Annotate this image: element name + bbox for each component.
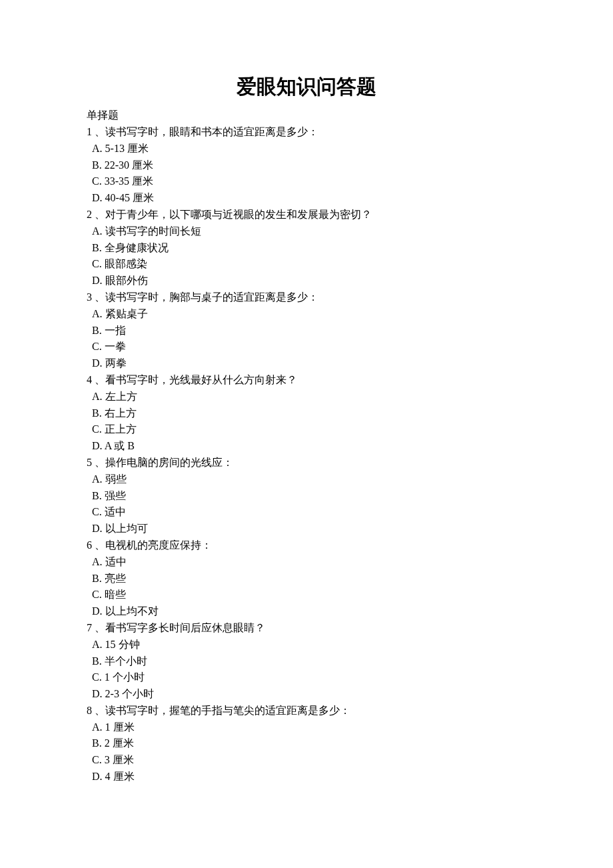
option: A. 左上方 [87,389,526,405]
question-number: 4 [87,374,92,385]
question: 3 、读书写字时，胸部与桌子的适宜距离是多少：A. 紧贴桌子B. 一指C. 一拳… [87,289,526,372]
option: A. 读书写字的时间长短 [87,223,526,240]
question-number: 5 [87,457,92,468]
question-body: 、读书写字时，胸部与桌子的适宜距离是多少： [95,291,318,303]
question: 7 、看书写字多长时间后应休息眼睛？A. 15 分钟B. 半个小时C. 1 个小… [87,620,526,703]
option: B. 强些 [87,488,526,505]
option: B. 半个小时 [87,653,526,670]
question: 6 、电视机的亮度应保持：A. 适中B. 亮些C. 暗些D. 以上均不对 [87,537,526,620]
option: A. 1 厘米 [87,719,526,736]
question: 2 、对于青少年，以下哪项与近视眼的发生和发展最为密切？A. 读书写字的时间长短… [87,207,526,289]
question-number: 2 [87,209,92,220]
question: 1 、读书写字时，眼睛和书本的适宜距离是多少：A. 5-13 厘米B. 22-3… [87,124,526,207]
option: B. 一指 [87,323,526,339]
question-text: 2 、对于青少年，以下哪项与近视眼的发生和发展最为密切？ [87,207,526,223]
option: C. 3 厘米 [87,752,526,769]
option: B. 2 厘米 [87,735,526,752]
questions-container: 1 、读书写字时，眼睛和书本的适宜距离是多少：A. 5-13 厘米B. 22-3… [87,124,526,785]
option: D. 以上均可 [87,521,526,537]
question-body: 、操作电脑的房间的光线应： [95,457,233,468]
question-text: 5 、操作电脑的房间的光线应： [87,455,526,471]
option: D. 4 厘米 [87,769,526,785]
question-text: 3 、读书写字时，胸部与桌子的适宜距离是多少： [87,289,526,306]
option: D. 以上均不对 [87,603,526,620]
question-text: 1 、读书写字时，眼睛和书本的适宜距离是多少： [87,124,526,141]
question-body: 、读书写字时，眼睛和书本的适宜距离是多少： [95,126,318,137]
option: A. 15 分钟 [87,637,526,653]
question-text: 6 、电视机的亮度应保持： [87,537,526,554]
option: B. 22-30 厘米 [87,157,526,174]
option: A. 5-13 厘米 [87,141,526,157]
section-label: 单择题 [87,109,526,123]
option: D. A 或 B [87,438,526,455]
option: B. 全身健康状况 [87,240,526,257]
option: D. 眼部外伤 [87,273,526,289]
question-text: 4 、看书写字时，光线最好从什么方向射来？ [87,372,526,389]
option: C. 一拳 [87,339,526,355]
question-body: 、电视机的亮度应保持： [95,539,212,551]
question-body: 、看书写字时，光线最好从什么方向射来？ [95,374,297,385]
option: A. 紧贴桌子 [87,306,526,323]
option: A. 弱些 [87,471,526,488]
question-text: 8 、读书写字时，握笔的手指与笔尖的适宜距离是多少： [87,703,526,719]
option: C. 适中 [87,504,526,521]
question-text: 7 、看书写字多长时间后应休息眼睛？ [87,620,526,637]
option: A. 适中 [87,554,526,571]
question-body: 、读书写字时，握笔的手指与笔尖的适宜距离是多少： [95,705,350,716]
question-number: 1 [87,126,92,137]
option: C. 1 个小时 [87,669,526,686]
question-number: 7 [87,622,92,633]
question-body: 、对于青少年，以下哪项与近视眼的发生和发展最为密切？ [95,209,372,220]
page-title: 爱眼知识问答题 [87,73,526,101]
question: 4 、看书写字时，光线最好从什么方向射来？A. 左上方B. 右上方C. 正上方D… [87,372,526,455]
option: D. 40-45 厘米 [87,190,526,207]
question-number: 6 [87,539,92,551]
option: C. 正上方 [87,421,526,438]
document-page: 爱眼知识问答题 单择题 1 、读书写字时，眼睛和书本的适宜距离是多少：A. 5-… [0,0,613,825]
question: 8 、读书写字时，握笔的手指与笔尖的适宜距离是多少：A. 1 厘米B. 2 厘米… [87,703,526,785]
question-number: 3 [87,291,92,303]
question-number: 8 [87,705,92,716]
option: C. 眼部感染 [87,256,526,273]
question: 5 、操作电脑的房间的光线应：A. 弱些B. 强些C. 适中D. 以上均可 [87,455,526,537]
option: D. 2-3 个小时 [87,686,526,703]
option: D. 两拳 [87,355,526,372]
option: B. 右上方 [87,405,526,422]
question-body: 、看书写字多长时间后应休息眼睛？ [95,622,265,633]
option: C. 暗些 [87,587,526,603]
option: C. 33-35 厘米 [87,173,526,190]
option: B. 亮些 [87,571,526,587]
